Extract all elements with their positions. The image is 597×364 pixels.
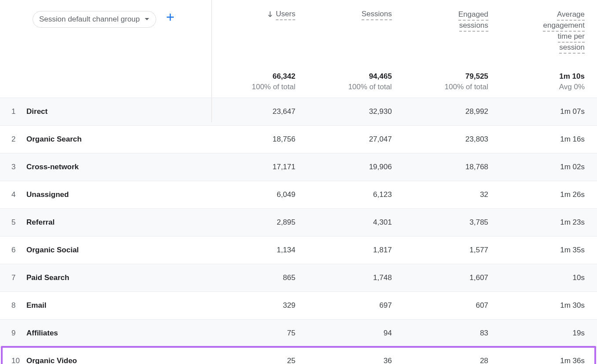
row-engaged: 18,768 — [404, 153, 501, 181]
row-index: 2 — [0, 125, 26, 153]
row-index: 3 — [0, 153, 26, 181]
total-avg-eng: 1m 10s Avg 0% — [501, 54, 597, 98]
row-users: 23,647 — [211, 98, 308, 125]
row-avg-eng: 1m 23s — [501, 208, 597, 236]
caret-down-icon — [144, 18, 150, 21]
col-index-header — [0, 0, 26, 54]
row-users: 25 — [211, 347, 308, 364]
row-avg-eng: 1m 16s — [501, 125, 597, 153]
total-users: 66,342 100% of total — [211, 54, 308, 98]
row-avg-eng: 1m 30s — [501, 291, 597, 319]
row-index: 7 — [0, 264, 26, 291]
row-engaged: 23,803 — [404, 125, 501, 153]
row-avg-eng: 1m 07s — [501, 98, 597, 125]
row-engaged: 32 — [404, 181, 501, 208]
row-users: 1,134 — [211, 236, 308, 264]
table-row[interactable]: 9Affiliates75948319s — [0, 319, 597, 347]
row-users: 17,171 — [211, 153, 308, 181]
row-sessions: 94 — [308, 319, 404, 347]
table-row[interactable]: 6Organic Social1,1341,8171,5771m 35s — [0, 236, 597, 264]
row-engaged: 28,992 — [404, 98, 501, 125]
row-engaged: 1,607 — [404, 264, 501, 291]
row-avg-eng: 19s — [501, 319, 597, 347]
row-dimension[interactable]: Email — [26, 291, 211, 319]
add-dimension-button[interactable] — [163, 10, 178, 25]
row-index: 4 — [0, 181, 26, 208]
row-sessions: 32,930 — [308, 98, 404, 125]
table-row[interactable]: 10Organic Video2536281m 36s — [0, 347, 597, 364]
row-users: 329 — [211, 291, 308, 319]
col-sessions-label: Sessions — [362, 10, 392, 20]
table-row[interactable]: 4Unassigned6,0496,123321m 26s — [0, 181, 597, 208]
col-engaged-header[interactable]: Engaged sessions — [404, 0, 501, 54]
row-index: 5 — [0, 208, 26, 236]
row-avg-eng: 1m 35s — [501, 236, 597, 264]
row-sessions: 697 — [308, 291, 404, 319]
table-row[interactable]: 8Email3296976071m 30s — [0, 291, 597, 319]
total-sessions: 94,465 100% of total — [308, 54, 404, 98]
row-avg-eng: 1m 26s — [501, 181, 597, 208]
row-engaged: 83 — [404, 319, 501, 347]
col-engaged-label: Engaged sessions — [458, 10, 488, 32]
row-users: 75 — [211, 319, 308, 347]
row-sessions: 1,817 — [308, 236, 404, 264]
total-engaged: 79,525 100% of total — [404, 54, 501, 98]
totals-row: 66,342 100% of total 94,465 100% of tota… — [0, 54, 597, 98]
row-dimension[interactable]: Referral — [26, 208, 211, 236]
row-avg-eng: 1m 02s — [501, 153, 597, 181]
sort-desc-icon — [267, 10, 273, 17]
table-row[interactable]: 1Direct23,64732,93028,9921m 07s — [0, 98, 597, 125]
row-index: 6 — [0, 236, 26, 264]
row-index: 1 — [0, 98, 26, 125]
row-users: 18,756 — [211, 125, 308, 153]
row-dimension[interactable]: Organic Video — [26, 347, 211, 364]
col-users-header[interactable]: Users — [211, 0, 308, 54]
row-engaged: 3,785 — [404, 208, 501, 236]
row-index: 10 — [0, 347, 26, 364]
row-sessions: 1,748 — [308, 264, 404, 291]
row-dimension[interactable]: Cross-network — [26, 153, 211, 181]
col-avg-eng-header[interactable]: Average engagement time per session — [501, 0, 597, 54]
row-avg-eng: 1m 36s — [501, 347, 597, 364]
row-dimension[interactable]: Affiliates — [26, 319, 211, 347]
row-sessions: 19,906 — [308, 153, 404, 181]
row-sessions: 27,047 — [308, 125, 404, 153]
row-index: 9 — [0, 319, 26, 347]
row-index: 8 — [0, 291, 26, 319]
row-engaged: 1,577 — [404, 236, 501, 264]
table-row[interactable]: 3Cross-network17,17119,90618,7681m 02s — [0, 153, 597, 181]
row-sessions: 4,301 — [308, 208, 404, 236]
table-row[interactable]: 5Referral2,8954,3013,7851m 23s — [0, 208, 597, 236]
row-dimension[interactable]: Paid Search — [26, 264, 211, 291]
table-row[interactable]: 7Paid Search8651,7481,60710s — [0, 264, 597, 291]
row-dimension[interactable]: Direct — [26, 98, 211, 125]
row-sessions: 6,123 — [308, 181, 404, 208]
row-users: 865 — [211, 264, 308, 291]
dimension-selector[interactable]: Session default channel group — [33, 11, 156, 28]
row-engaged: 28 — [404, 347, 501, 364]
row-sessions: 36 — [308, 347, 404, 364]
row-dimension[interactable]: Organic Social — [26, 236, 211, 264]
row-dimension[interactable]: Unassigned — [26, 181, 211, 208]
row-dimension[interactable]: Organic Search — [26, 125, 211, 153]
row-avg-eng: 10s — [501, 264, 597, 291]
analytics-table: Session default channel group Users — [0, 0, 597, 364]
row-users: 6,049 — [211, 181, 308, 208]
col-dimension-header: Session default channel group — [26, 0, 211, 54]
col-avg-eng-label: Average engagement time per session — [543, 10, 585, 54]
dimension-selector-label: Session default channel group — [39, 15, 140, 24]
row-engaged: 607 — [404, 291, 501, 319]
col-sessions-header[interactable]: Sessions — [308, 0, 404, 54]
table-row[interactable]: 2Organic Search18,75627,04723,8031m 16s — [0, 125, 597, 153]
row-users: 2,895 — [211, 208, 308, 236]
col-users-label: Users — [276, 10, 295, 20]
